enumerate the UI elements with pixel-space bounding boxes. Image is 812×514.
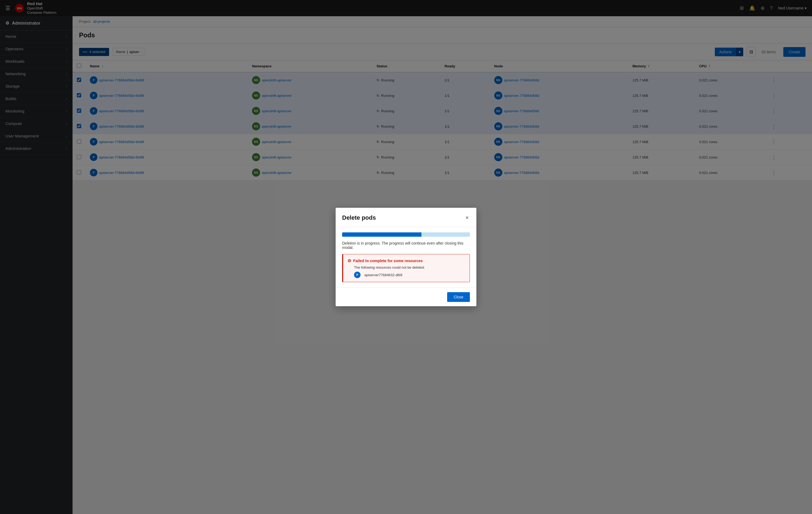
modal-overlay: Delete pods × Deletion is in progress. T… <box>0 0 812 514</box>
error-alert: ⊘ Failed to complete for some resources … <box>342 254 470 282</box>
modal-description: Deletion is in progress. The progress wi… <box>342 241 470 250</box>
delete-pods-modal: Delete pods × Deletion is in progress. T… <box>336 208 476 306</box>
modal-body: Deletion is in progress. The progress wi… <box>336 227 476 288</box>
modal-title: Delete pods <box>342 214 376 221</box>
error-pod-badge: P <box>354 272 360 278</box>
modal-header: Delete pods × <box>336 208 476 227</box>
error-resource-item: P apiserver77684632-d6l9 <box>354 272 465 278</box>
progress-bar-fill <box>342 232 422 237</box>
error-circle-icon: ⊘ <box>348 258 351 263</box>
progress-bar-wrapper <box>342 232 470 237</box>
modal-close-button[interactable]: × <box>464 213 470 222</box>
modal-footer: Close <box>336 288 476 306</box>
error-alert-body: The following resources could not be del… <box>354 265 465 278</box>
error-alert-title: ⊘ Failed to complete for some resources <box>348 258 465 263</box>
modal-close-footer-button[interactable]: Close <box>447 292 470 302</box>
